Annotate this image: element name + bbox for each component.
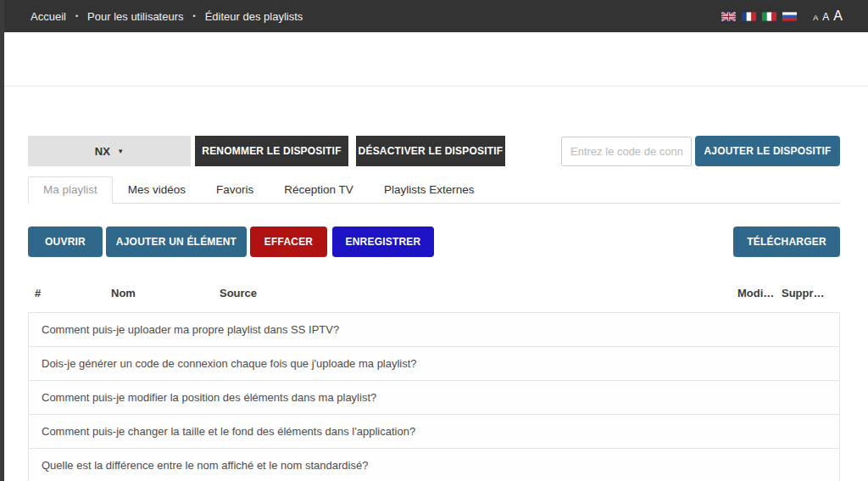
save-button[interactable]: ENREGISTRER xyxy=(332,227,434,257)
tab-reception-tv[interactable]: Réception TV xyxy=(269,176,369,204)
faq-list: Comment puis-je uploader ma propre playl… xyxy=(28,312,840,481)
caret-down-icon: ▼ xyxy=(117,148,124,155)
tab-playlists-externes[interactable]: Playlists Externes xyxy=(369,176,490,204)
playlist-table-header: # Nom Source Modi… Suppr… xyxy=(28,287,840,299)
navbar-menu: Accueil • Pour les utilisateurs • Éditeu… xyxy=(31,10,303,23)
nav-separator: • xyxy=(75,12,78,20)
faq-row-name-difference[interactable]: Quelle est la différence entre le nom af… xyxy=(28,448,840,481)
download-button[interactable]: TÉLÉCHARGER xyxy=(733,227,840,257)
rename-device-button[interactable]: RENOMMER LE DISPOSITIF xyxy=(195,136,348,166)
device-bar: NX ▼ RENOMMER LE DISPOSITIF DÉSACTIVER L… xyxy=(28,136,840,166)
flag-russia-icon[interactable] xyxy=(782,12,797,21)
clear-button[interactable]: EFFACER xyxy=(250,227,327,257)
faq-row-upload-playlist[interactable]: Comment puis-je uploader ma propre playl… xyxy=(28,312,840,347)
nav-separator: • xyxy=(193,12,196,20)
device-select-label: NX xyxy=(95,145,110,158)
flag-italy-icon[interactable] xyxy=(762,12,776,21)
tab-ma-playlist[interactable]: Ma playlist xyxy=(28,176,113,204)
tab-favoris[interactable]: Favoris xyxy=(201,176,269,204)
deactivate-device-button[interactable]: DÉSACTIVER LE DISPOSITIF xyxy=(356,136,505,166)
main-content: NX ▼ RENOMMER LE DISPOSITIF DÉSACTIVER L… xyxy=(0,136,868,481)
flag-uk-icon[interactable] xyxy=(721,12,736,21)
font-size-small-button[interactable]: A xyxy=(813,14,818,22)
font-size-controls: A A A xyxy=(809,9,843,23)
nav-item-accueil[interactable]: Accueil xyxy=(31,10,66,23)
column-header-delete: Suppr… xyxy=(782,287,828,299)
device-select-dropdown[interactable]: NX ▼ xyxy=(28,136,191,166)
column-header-modify: Modi… xyxy=(737,287,782,299)
nav-item-pour-les-utilisateurs[interactable]: Pour les utilisateurs xyxy=(87,10,183,23)
page-header-area xyxy=(0,32,868,87)
playlist-tabs: Ma playlist Mes vidéos Favoris Réception… xyxy=(28,176,840,204)
column-header-number: # xyxy=(28,287,111,299)
flag-france-icon[interactable] xyxy=(742,12,756,21)
navbar-controls: A A A xyxy=(715,9,843,23)
faq-row-item-position[interactable]: Comment puis-je modifier la position des… xyxy=(28,380,840,415)
playlist-toolbar: OUVRIR AJOUTER UN ÉLÉMENT EFFACER ENREGI… xyxy=(28,227,840,257)
font-size-large-button[interactable]: A xyxy=(833,9,843,23)
column-header-source: Source xyxy=(220,287,737,299)
window-left-edge xyxy=(0,0,4,481)
add-device-button[interactable]: AJOUTER LE DISPOSITIF xyxy=(695,136,840,166)
font-size-medium-button[interactable]: A xyxy=(822,12,829,22)
faq-row-connection-code[interactable]: Dois-je générer un code de connexion cha… xyxy=(28,346,840,381)
column-header-name: Nom xyxy=(111,287,220,299)
add-item-button[interactable]: AJOUTER UN ÉLÉMENT xyxy=(106,227,247,257)
nav-item-editeur-des-playlists[interactable]: Éditeur des playlists xyxy=(205,10,303,23)
open-button[interactable]: OUVRIR xyxy=(28,227,103,257)
tab-mes-videos[interactable]: Mes vidéos xyxy=(113,176,201,204)
faq-row-size-background[interactable]: Comment puis-je changer la taille et le … xyxy=(28,414,840,449)
connection-code-input[interactable] xyxy=(561,137,692,166)
top-navbar: Accueil • Pour les utilisateurs • Éditeu… xyxy=(0,0,868,32)
